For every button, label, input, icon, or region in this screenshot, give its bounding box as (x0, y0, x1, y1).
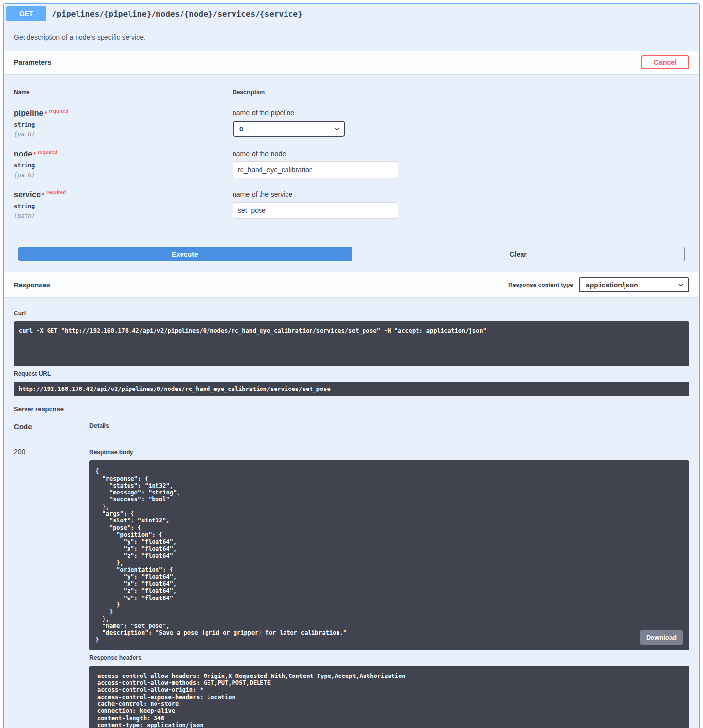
server-response-label: Server response (14, 405, 689, 413)
server-response-row: 200 Response body { "response": { "statu… (14, 437, 689, 728)
operation-block: GET /pipelines/{pipeline}/nodes/{node}/s… (3, 3, 700, 728)
service-input[interactable] (233, 202, 398, 219)
param-type: string (14, 203, 233, 209)
required-label: required (36, 149, 57, 155)
param-name-text: node (14, 150, 32, 158)
param-name: service*required (14, 190, 233, 199)
request-url: http://192.168.178.42/api/v2/pipelines/0… (14, 382, 689, 396)
param-row-pipeline: pipeline*required string (path) name of … (14, 102, 689, 143)
param-name-cell: node*required string (path) (14, 150, 233, 179)
required-label: required (44, 190, 66, 195)
server-response-table-head: Code Details (14, 419, 689, 437)
node-input[interactable] (233, 161, 398, 178)
param-name-cell: pipeline*required string (path) (14, 109, 233, 138)
curl-label: Curl (14, 310, 689, 317)
param-location: (path) (14, 212, 233, 219)
column-header-description: Description (233, 89, 689, 96)
http-method-badge: GET (6, 6, 46, 21)
content-type-select-wrap: application/json (579, 277, 689, 292)
param-description: name of the node (233, 150, 689, 157)
column-header-name: Name (14, 89, 233, 96)
param-name: node*required (14, 150, 233, 158)
param-description-cell: name of the pipeline 0 (233, 109, 689, 138)
parameters-table: Name Description pipeline*required strin… (4, 74, 699, 272)
param-type: string (14, 162, 233, 169)
parameters-table-head: Name Description (14, 84, 689, 102)
response-body-label: Response body (89, 449, 689, 456)
param-type: string (14, 121, 233, 128)
param-row-node: node*required string (path) name of the … (14, 143, 689, 183)
responses-section-header: Responses Response content type applicat… (4, 272, 699, 297)
pipeline-select[interactable]: 0 (233, 121, 345, 137)
operation-summary[interactable]: GET /pipelines/{pipeline}/nodes/{node}/s… (4, 4, 699, 24)
response-headers: access-control-allow-headers: Origin,X-R… (89, 666, 689, 728)
content-type-select[interactable]: application/json (579, 277, 689, 292)
column-header-details: Details (89, 422, 689, 431)
response-content-type-label: Response content type (508, 282, 573, 288)
param-location: (path) (14, 172, 233, 179)
download-button[interactable]: Download (640, 630, 683, 645)
param-row-service: service*required string (path) name of t… (14, 183, 689, 224)
execute-button[interactable]: Execute (18, 247, 352, 261)
operation-description: Get description of a node's specific ser… (4, 24, 699, 51)
param-location: (path) (14, 131, 233, 138)
status-code: 200 (14, 445, 89, 728)
param-name-cell: service*required string (path) (14, 190, 233, 219)
clear-button[interactable]: Clear (352, 247, 685, 261)
response-details-cell: Response body { "response": { "status": … (89, 445, 689, 728)
param-name-text: service (14, 190, 41, 199)
response-headers-label: Response headers (89, 654, 689, 661)
param-description-cell: name of the node (233, 150, 689, 179)
column-header-code: Code (14, 422, 89, 431)
param-description-cell: name of the service (233, 190, 689, 219)
endpoint-path[interactable]: /pipelines/{pipeline}/nodes/{node}/servi… (46, 9, 308, 19)
param-description: name of the service (233, 190, 689, 198)
required-label: required (47, 108, 69, 114)
param-name-text: pipeline (14, 109, 43, 117)
response-body-wrap: { "response": { "status": "int32", "mess… (89, 460, 689, 650)
cancel-button[interactable]: Cancel (641, 55, 689, 69)
execute-wrapper: Execute Clear (18, 247, 685, 261)
param-description: name of the pipeline (233, 109, 689, 117)
curl-command[interactable]: curl -X GET "http://192.168.178.42/api/v… (14, 321, 689, 366)
required-star: * (43, 110, 47, 117)
response-content-type-wrap: Response content type application/json (508, 277, 689, 292)
response-body: { "response": { "status": "int32", "mess… (89, 460, 689, 650)
pipeline-select-wrap: 0 (233, 121, 345, 137)
request-url-label: Request URL (14, 370, 689, 377)
responses-area: Curl curl -X GET "http://192.168.178.42/… (4, 297, 699, 728)
responses-title: Responses (14, 281, 51, 289)
parameters-section-header: Parameters Cancel (4, 51, 699, 74)
parameters-title: Parameters (14, 58, 51, 66)
param-name: pipeline*required (14, 109, 233, 118)
